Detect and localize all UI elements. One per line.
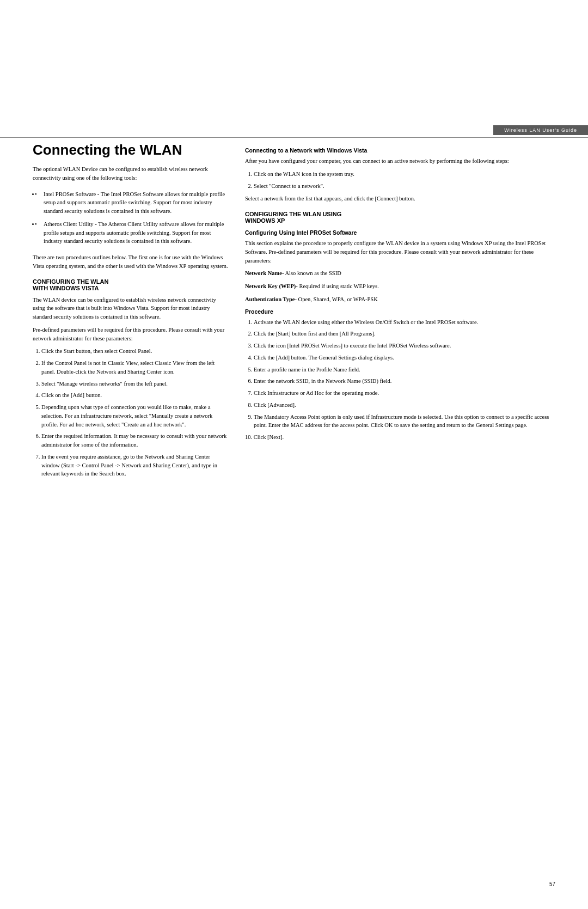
left-step-4: Click on the [Add] button.: [41, 391, 229, 400]
left-step-6: Enter the required information. It may b…: [41, 432, 229, 449]
connecting-note: Select a network from the list that appe…: [245, 194, 555, 203]
proc-step-6: Enter the network SSID, in the Network N…: [254, 377, 555, 386]
proc-step-10-text: Click [Next].: [254, 434, 284, 440]
connecting-intro: After you have configured your computer,…: [245, 157, 555, 166]
intro-text: The optional WLAN Device can be configur…: [33, 165, 229, 182]
xp-heading-line1: CONFIGURING THE WLAN USING: [245, 211, 341, 217]
proc-step-3: Click the icon [Intel PROSet Wireless] t…: [254, 341, 555, 350]
page-number: 57: [549, 881, 555, 887]
network-key-desc: - Required if using static WEP keys.: [296, 283, 379, 289]
proc-step-7: Click Infrastructure or Ad Hoc for the o…: [254, 389, 555, 398]
proc-step-8: Click [Advanced].: [254, 401, 555, 410]
left-section-intro: The WLAN device can be configured to est…: [33, 296, 229, 321]
auth-type-param: Authentication Type- Open, Shared, WPA, …: [245, 295, 555, 304]
proset-subheading: Configuring Using Intel PROSet Software: [245, 229, 555, 236]
right-column: Connecting to a Network with Windows Vis…: [245, 142, 555, 855]
left-step-7: In the event you require assistance, go …: [41, 453, 229, 478]
connecting-subheading: Connecting to a Network with Windows Vis…: [245, 147, 555, 154]
procedure-label: Procedure: [245, 308, 555, 315]
proc-step-10: 10. Click [Next].: [245, 433, 555, 442]
proc-step-9: The Mandatory Access Point option is onl…: [254, 413, 555, 430]
left-section-heading: CONFIGURING THE WLAN WITH WINDOWS VISTA: [33, 278, 229, 291]
connect-step-2: Select "Connect to a network".: [254, 182, 555, 191]
network-name-desc: - Also known as the SSID: [282, 270, 341, 276]
left-step-3: Select "Manage wireless networks" from t…: [41, 380, 229, 388]
left-heading-line1: CONFIGURING THE WLAN: [33, 278, 108, 285]
pre-defined-note: Pre-defined parameters will be required …: [33, 326, 229, 343]
left-column: Connecting the WLAN The optional WLAN De…: [33, 142, 229, 855]
left-heading-line2: WITH WINDOWS VISTA: [33, 285, 99, 291]
left-step-2: If the Control Panel is not in Classic V…: [41, 359, 229, 376]
xp-heading-line2: WINDOWS XP: [245, 217, 285, 224]
network-key-param: Network Key (WEP)- Required if using sta…: [245, 282, 555, 291]
proc-step-4: Click the [Add] button. The General Sett…: [254, 353, 555, 362]
content-area: Connecting the WLAN The optional WLAN De…: [33, 142, 555, 855]
left-step-5: Depending upon what type of connection y…: [41, 403, 229, 429]
proset-intro: This section explains the procedure to p…: [245, 239, 555, 265]
connect-step-1: Click on the WLAN icon in the system tra…: [254, 170, 555, 179]
divider-line: [0, 137, 588, 138]
network-name-label: Network Name: [245, 270, 282, 276]
auth-type-desc: - Open, Shared, WPA, or WPA-PSK: [295, 296, 378, 302]
page: Wireless LAN User's Guide Connecting the…: [0, 0, 588, 909]
header-bar: Wireless LAN User's Guide: [493, 125, 588, 135]
left-steps-list: Click the Start button, then select Cont…: [41, 347, 229, 478]
left-step-1: Click the Start button, then select Cont…: [41, 347, 229, 356]
connecting-steps-list: Click on the WLAN icon in the system tra…: [254, 170, 555, 191]
auth-type-label: Authentication Type: [245, 296, 295, 302]
bullet-item-atheros: Atheros Client Utility - The Atheros Cli…: [39, 220, 229, 246]
header-text: Wireless LAN User's Guide: [504, 127, 577, 133]
xp-section-heading: CONFIGURING THE WLAN USING WINDOWS XP: [245, 211, 555, 224]
two-procedures-note: There are two procedures outlines below.…: [33, 253, 229, 271]
proc-step-2: Click the [Start] button first and then …: [254, 330, 555, 338]
network-name-param: Network Name- Also known as the SSID: [245, 269, 555, 278]
proc-step-1: Activate the WLAN device using either th…: [254, 318, 555, 327]
network-key-label: Network Key (WEP): [245, 283, 296, 289]
proc-step-5: Enter a profile name in the Profile Name…: [254, 365, 555, 374]
bullet-list: Intel PROSet Software - The Intel PROSet…: [39, 190, 229, 246]
bullet-item-intel: Intel PROSet Software - The Intel PROSet…: [39, 190, 229, 216]
page-title: Connecting the WLAN: [33, 142, 229, 158]
procedure-steps-list: Activate the WLAN device using either th…: [254, 318, 555, 442]
